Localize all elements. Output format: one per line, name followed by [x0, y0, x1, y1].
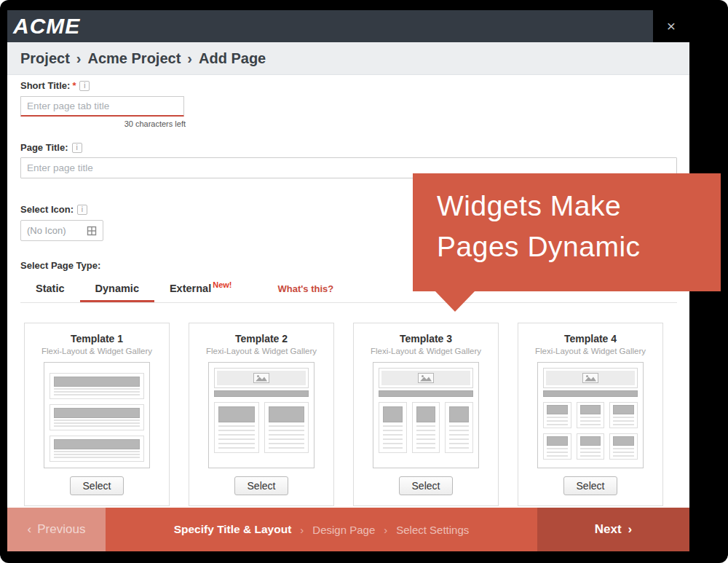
grid-icon	[87, 226, 97, 236]
widget-placeholder	[609, 433, 638, 460]
banner-widget	[543, 368, 638, 388]
banner-widget	[214, 368, 309, 388]
breadcrumb-item-project[interactable]: Project	[20, 50, 70, 67]
info-icon[interactable]: i	[77, 205, 87, 215]
step-design-page: Design Page	[312, 524, 375, 536]
image-placeholder-icon	[253, 373, 269, 383]
widget-placeholder	[214, 402, 259, 453]
widget-placeholder	[543, 402, 571, 428]
breadcrumb-item-add-page: Add Page	[199, 50, 266, 67]
banner-bar	[379, 390, 473, 397]
page-title-label: Page Title: i	[20, 142, 82, 153]
breadcrumb-separator: ›	[187, 50, 192, 67]
step-separator: ›	[300, 524, 304, 536]
template-title: Template 1	[25, 333, 169, 345]
breadcrumb-item-acme-project[interactable]: Acme Project	[87, 50, 181, 67]
title-bar: ACME	[7, 10, 653, 42]
template-subtitle: Flexi-Layout & Widget Gallery	[25, 347, 169, 355]
widget-placeholder	[264, 402, 309, 453]
wizard-footer: ‹ Previous Specify Title & Layout › Desi…	[7, 508, 689, 551]
tab-external[interactable]: ExternalNew!	[154, 276, 248, 302]
widget-placeholder	[50, 373, 144, 399]
select-template-button[interactable]: Select	[563, 476, 617, 495]
widget-placeholder	[577, 433, 605, 460]
template-card: Template 1 Flexi-Layout & Widget Gallery…	[24, 323, 170, 506]
info-icon[interactable]: i	[79, 81, 90, 91]
banner-bar	[214, 390, 309, 397]
previous-button[interactable]: ‹ Previous	[7, 508, 106, 551]
characters-left-counter: 30 characters left	[20, 119, 186, 128]
widget-placeholder	[50, 404, 144, 430]
banner-widget	[379, 368, 473, 388]
template-title: Template 2	[189, 333, 333, 345]
image-placeholder-icon	[418, 373, 434, 383]
page-type-label: Select Page Type:	[20, 260, 100, 271]
template-card-row: Template 1 Flexi-Layout & Widget Gallery…	[24, 323, 663, 506]
breadcrumb-separator: ›	[76, 50, 82, 67]
widget-placeholder	[412, 402, 440, 453]
modal-content: Short Title:* i 30 characters left Page …	[7, 75, 689, 508]
select-template-button[interactable]: Select	[399, 476, 453, 495]
template-thumbnail	[208, 362, 314, 468]
widgets-callout: Widgets Make Pages Dynamic	[413, 173, 721, 291]
callout-text-line2: Pages Dynamic	[437, 227, 721, 267]
close-button[interactable]: ×	[653, 10, 689, 42]
close-icon: ×	[667, 17, 676, 35]
template-card: Template 4 Flexi-Layout & Widget Gallery…	[518, 323, 663, 506]
acme-logo: ACME	[13, 14, 80, 39]
step-select-settings: Select Settings	[396, 524, 469, 536]
widget-placeholder	[543, 433, 571, 460]
widget-placeholder	[609, 402, 638, 428]
wizard-steps: Specify Title & Layout › Design Page › S…	[106, 508, 537, 551]
icon-picker[interactable]: (No Icon)	[20, 220, 103, 241]
template-subtitle: Flexi-Layout & Widget Gallery	[189, 347, 333, 355]
add-page-modal: ACME × Project › Acme Project › Add Page…	[0, 0, 728, 563]
widget-placeholder	[577, 402, 605, 428]
required-asterisk: *	[72, 80, 76, 91]
template-thumbnail	[537, 362, 644, 468]
template-subtitle: Flexi-Layout & Widget Gallery	[354, 347, 498, 355]
widget-placeholder	[379, 402, 407, 453]
widget-placeholder	[445, 402, 473, 453]
step-separator: ›	[384, 524, 387, 536]
info-icon[interactable]: i	[72, 143, 82, 153]
template-title: Template 4	[518, 333, 662, 345]
tab-dynamic[interactable]: Dynamic	[80, 276, 154, 302]
short-title-input[interactable]	[20, 96, 184, 117]
tab-static[interactable]: Static	[20, 276, 80, 302]
icon-picker-value: (No Icon)	[27, 225, 66, 236]
template-title: Template 3	[354, 333, 498, 345]
select-template-button[interactable]: Select	[234, 476, 288, 495]
widget-placeholder	[50, 436, 144, 462]
callout-text-line1: Widgets Make	[437, 186, 721, 227]
template-card: Template 2 Flexi-Layout & Widget Gallery…	[189, 323, 334, 506]
template-subtitle: Flexi-Layout & Widget Gallery	[518, 347, 662, 355]
template-card: Template 3 Flexi-Layout & Widget Gallery…	[353, 323, 499, 506]
new-badge: New!	[213, 280, 232, 289]
template-thumbnail	[373, 362, 479, 468]
select-icon-label: Select Icon: i	[20, 204, 87, 215]
template-thumbnail	[44, 362, 150, 468]
breadcrumb: Project › Acme Project › Add Page	[7, 42, 689, 75]
step-specify-title-layout: Specify Title & Layout	[174, 523, 292, 536]
callout-tail	[435, 291, 475, 312]
image-placeholder-icon	[582, 373, 598, 383]
whats-this-link[interactable]: What's this?	[277, 283, 333, 296]
next-button[interactable]: Next ›	[537, 508, 689, 551]
chevron-left-icon: ‹	[28, 522, 32, 537]
banner-bar	[543, 390, 638, 397]
select-template-button[interactable]: Select	[70, 476, 124, 495]
short-title-label: Short Title:* i	[20, 80, 90, 91]
chevron-right-icon: ›	[628, 522, 633, 537]
